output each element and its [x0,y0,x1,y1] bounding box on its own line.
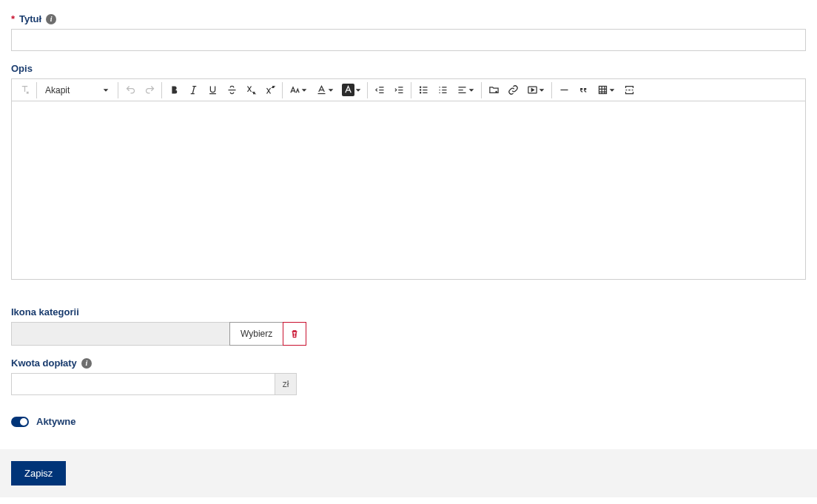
outdent-icon[interactable] [370,81,389,100]
subscript-icon[interactable] [241,81,260,100]
clear-formatting-icon[interactable] [15,81,34,100]
numbered-list-icon[interactable] [433,81,452,100]
svg-rect-0 [317,93,325,94]
media-icon[interactable] [522,81,549,100]
trash-icon [289,329,300,339]
chevron-down-icon [300,87,308,94]
indent-icon[interactable] [389,81,408,100]
required-asterisk: * [11,13,15,24]
table-icon[interactable] [593,81,619,100]
description-editor-body[interactable] [12,101,805,279]
info-icon[interactable]: i [46,14,56,24]
toolbar-separator [118,82,118,98]
save-button[interactable]: Zapisz [11,461,66,485]
chevron-down-icon [538,87,545,94]
info-icon[interactable]: i [81,358,92,369]
active-toggle[interactable] [11,417,29,427]
toolbar-separator [551,82,552,98]
svg-point-2 [420,90,420,90]
chevron-down-icon [327,87,334,94]
page-break-icon[interactable] [619,81,639,100]
background-color-icon[interactable] [338,81,365,100]
title-label: Tytuł [19,13,41,24]
active-label: Aktywne [36,416,75,427]
align-icon[interactable] [452,81,479,100]
choose-icon-button[interactable]: Wybierz [229,322,283,346]
svg-rect-6 [599,87,606,94]
chevron-down-icon [102,87,110,94]
underline-icon[interactable] [203,81,222,100]
amount-currency-suffix: zł [275,373,297,395]
font-size-icon[interactable] [285,81,312,100]
title-input[interactable] [11,29,806,51]
delete-icon-button[interactable] [283,322,306,346]
svg-point-1 [420,87,420,87]
undo-icon[interactable] [121,81,140,100]
toggle-knob [20,418,27,426]
strikethrough-icon[interactable] [222,81,241,100]
chevron-down-icon [354,87,362,94]
file-browser-icon[interactable] [484,81,503,100]
category-icon-label: Ikona kategorii [11,306,79,317]
toolbar-separator [161,82,162,98]
toolbar-separator [367,82,368,98]
toolbar-separator [282,82,283,98]
paragraph-format-dropdown[interactable]: Akapit [39,81,115,100]
superscript-icon[interactable] [260,81,280,100]
link-icon[interactable] [503,81,522,100]
toolbar-separator [481,82,482,98]
category-icon-display [11,322,230,346]
footer-bar: Zapisz [0,449,817,497]
description-label: Opis [11,63,33,74]
redo-icon[interactable] [140,81,159,100]
toolbar-separator [36,82,37,98]
toolbar-separator [411,82,411,98]
horizontal-rule-icon[interactable] [554,81,574,100]
chevron-down-icon [608,87,616,94]
font-color-icon[interactable] [312,81,338,100]
editor-toolbar: Akapit [12,79,805,101]
amount-label: Kwota dopłaty [11,357,77,369]
bullet-list-icon[interactable] [414,81,433,100]
svg-point-4 [495,91,497,93]
chevron-down-icon [468,87,475,94]
svg-point-3 [420,93,420,93]
amount-input[interactable] [11,373,275,395]
bold-icon[interactable] [164,81,184,100]
blockquote-icon[interactable] [574,81,593,100]
format-dropdown-label: Akapit [45,85,70,95]
italic-icon[interactable] [184,81,203,100]
rich-text-editor: Akapit [11,78,806,280]
